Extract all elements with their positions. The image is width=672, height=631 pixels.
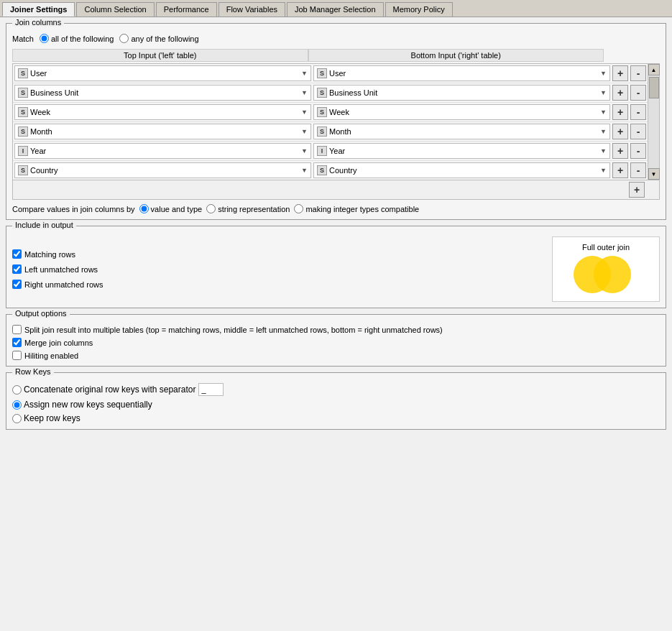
matching-rows-check[interactable]: Matching rows (12, 249, 543, 259)
tab-column-selection[interactable]: Column Selection (76, 2, 154, 17)
right-select-input-1[interactable]: Business Unit (329, 88, 598, 97)
compare-row: Compare values in join columns by value … (12, 204, 660, 213)
left-select-input-3[interactable]: Month (30, 127, 299, 136)
left-arrow-1: ▼ (301, 89, 308, 96)
right-select-4[interactable]: I Year ▼ (313, 143, 610, 159)
output-options-group: Output options Split join result into mu… (6, 314, 666, 367)
remove-btn-0[interactable]: - (630, 65, 646, 81)
left-select-0[interactable]: S User ▼ (14, 65, 311, 81)
join-row-1: S Business Unit ▼ S Business Unit ▼ + - (13, 83, 648, 103)
add-btn-0[interactable]: + (612, 65, 628, 81)
keep-row-keys-radio[interactable]: Keep row keys (12, 413, 660, 423)
add-btn-4[interactable]: + (612, 143, 628, 159)
assign-new-keys-radio[interactable]: Assign new row keys sequentially (12, 400, 660, 410)
col-headers-row: Top Input ('left' table) Bottom Input ('… (12, 49, 660, 62)
remove-btn-3[interactable]: - (630, 124, 646, 139)
add-btn-3[interactable]: + (612, 124, 628, 139)
remove-btn-1[interactable]: - (630, 85, 646, 101)
right-select-input-0[interactable]: User (329, 69, 598, 78)
right-arrow-5: ▼ (600, 167, 607, 174)
outer-join-title: Full outer join (582, 243, 630, 252)
add-row-button[interactable]: + (629, 182, 645, 198)
main-content: Join columns Match all of the following … (0, 17, 672, 441)
left-select-4[interactable]: I Year ▼ (14, 143, 311, 159)
include-output-title: Include in output (12, 221, 76, 229)
tab-memory-policy[interactable]: Memory Policy (385, 2, 453, 17)
join-row-4: I Year ▼ I Year ▼ + - (13, 142, 648, 161)
join-row-3: S Month ▼ S Month ▼ + - (13, 122, 648, 142)
string-repr-radio[interactable]: string representation (206, 204, 290, 213)
row-keys-group: Row Keys Concatenate original row keys w… (6, 372, 666, 430)
join-rows-list: S User ▼ S User ▼ + - S Business Unit (13, 64, 648, 180)
right-select-2[interactable]: S Week ▼ (313, 104, 610, 120)
split-join-check[interactable]: Split join result into multiple tables (… (12, 325, 660, 334)
left-select-3[interactable]: S Month ▼ (14, 124, 311, 139)
left-unmatched-check[interactable]: Left unmatched rows (12, 264, 543, 274)
integer-compat-radio[interactable]: making integer types compatible (294, 204, 419, 213)
left-select-input-0[interactable]: User (30, 69, 299, 78)
add-btn-1[interactable]: + (612, 85, 628, 101)
right-select-0[interactable]: S User ▼ (313, 65, 610, 81)
value-type-radio[interactable]: value and type (139, 204, 203, 213)
separator-input[interactable] (198, 383, 224, 396)
join-row-5: S Country ▼ S Country ▼ + - (13, 161, 648, 180)
scrollbar[interactable]: ▲ ▼ (648, 64, 659, 180)
output-options-inner: Split join result into multiple tables (… (12, 321, 660, 360)
right-type-badge-5: S (317, 165, 327, 175)
left-type-badge-0: S (18, 68, 28, 78)
join-row-2: S Week ▼ S Week ▼ + - (13, 103, 648, 122)
left-select-1[interactable]: S Business Unit ▼ (14, 85, 311, 101)
left-select-2[interactable]: S Week ▼ (14, 104, 311, 120)
right-arrow-2: ▼ (600, 109, 607, 116)
tab-job-manager-selection[interactable]: Job Manager Selection (287, 2, 384, 17)
hiliting-check[interactable]: Hiliting enabled (12, 351, 660, 360)
concatenate-radio[interactable]: Concatenate original row keys with separ… (12, 384, 195, 395)
right-select-5[interactable]: S Country ▼ (313, 162, 610, 178)
venn-diagram (574, 256, 638, 295)
right-select-input-5[interactable]: Country (329, 166, 598, 175)
tab-flow-variables[interactable]: Flow Variables (218, 2, 285, 17)
all-of-following-radio[interactable]: all of the following (40, 34, 114, 43)
any-of-following-radio[interactable]: any of the following (119, 34, 198, 43)
left-select-input-1[interactable]: Business Unit (30, 88, 299, 97)
left-select-input-2[interactable]: Week (30, 108, 299, 116)
add-btn-2[interactable]: + (612, 104, 628, 120)
row-keys-title: Row Keys (12, 367, 54, 376)
merge-join-check[interactable]: Merge join columns (12, 338, 660, 347)
remove-btn-4[interactable]: - (630, 143, 646, 159)
left-table-header: Top Input ('left' table) (12, 49, 308, 62)
left-arrow-2: ▼ (301, 109, 308, 116)
left-type-badge-4: I (18, 146, 28, 156)
right-select-input-4[interactable]: Year (329, 147, 598, 155)
right-arrow-3: ▼ (600, 128, 607, 135)
left-arrow-5: ▼ (301, 167, 308, 174)
right-select-input-2[interactable]: Week (329, 108, 598, 116)
include-output-group: Include in output Matching rows Left unm… (6, 226, 666, 308)
right-select-input-3[interactable]: Month (329, 127, 598, 136)
scroll-thumb[interactable] (649, 77, 659, 98)
right-type-badge-0: S (317, 68, 327, 78)
tab-joiner-settings[interactable]: Joiner Settings (2, 2, 75, 17)
tab-performance[interactable]: Performance (156, 2, 217, 17)
right-select-1[interactable]: S Business Unit ▼ (313, 85, 610, 101)
right-unmatched-check[interactable]: Right unmatched rows (12, 280, 543, 289)
right-type-badge-4: I (317, 146, 327, 156)
scroll-down-btn[interactable]: ▼ (648, 168, 660, 180)
left-select-input-4[interactable]: Year (30, 147, 299, 155)
tab-bar: Joiner SettingsColumn SelectionPerforman… (0, 0, 672, 17)
right-select-3[interactable]: S Month ▼ (313, 124, 610, 139)
left-select-5[interactable]: S Country ▼ (14, 162, 311, 178)
join-columns-title: Join columns (12, 18, 64, 27)
left-arrow-3: ▼ (301, 128, 308, 135)
remove-btn-5[interactable]: - (630, 162, 646, 178)
left-arrow-4: ▼ (301, 147, 308, 155)
left-arrow-0: ▼ (301, 70, 308, 77)
remove-btn-2[interactable]: - (630, 104, 646, 120)
left-select-input-5[interactable]: Country (30, 166, 299, 175)
scroll-up-btn[interactable]: ▲ (648, 64, 660, 75)
join-columns-group: Join columns Match all of the following … (6, 23, 666, 220)
add-btn-5[interactable]: + (612, 162, 628, 178)
right-arrow-0: ▼ (600, 70, 607, 77)
output-options-title: Output options (12, 309, 70, 318)
left-type-badge-2: S (18, 107, 28, 117)
